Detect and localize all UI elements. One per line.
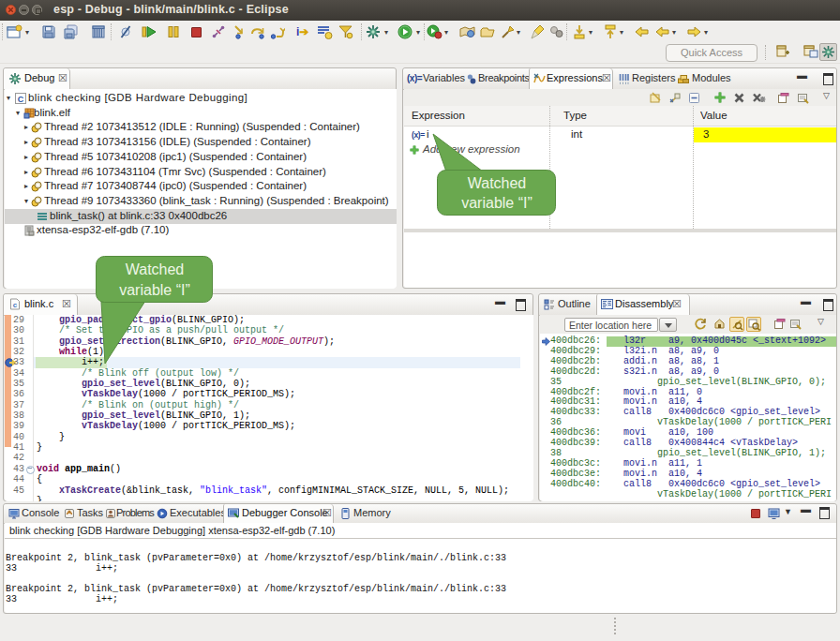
svg-text:Watched: Watched — [468, 175, 527, 191]
svg-text:C: C — [18, 95, 24, 104]
svg-text:c: c — [13, 301, 18, 309]
svg-text:variable “I”: variable “I” — [119, 282, 190, 298]
svg-text:Watched: Watched — [126, 261, 185, 277]
svg-text:variable “I”: variable “I” — [461, 195, 532, 211]
